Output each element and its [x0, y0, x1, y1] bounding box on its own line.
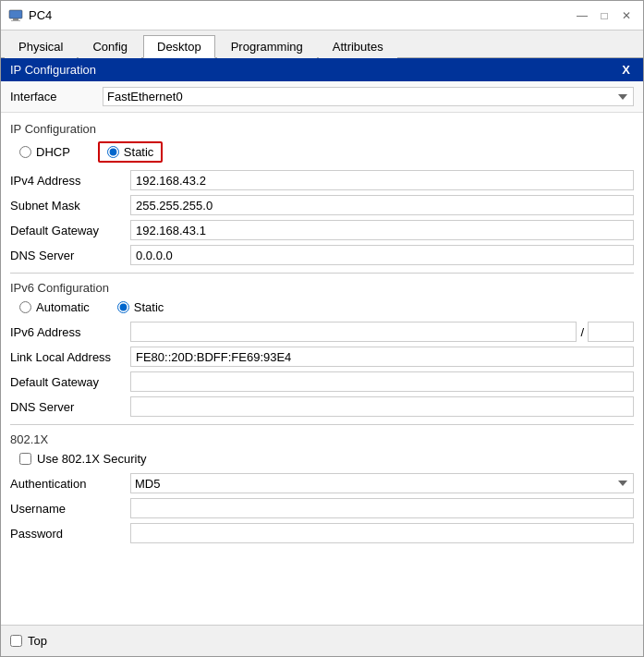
dns-server-row: DNS Server: [10, 245, 634, 265]
default-gateway-row: Default Gateway: [10, 220, 634, 240]
ipv6-slash: /: [580, 325, 584, 339]
svg-rect-2: [11, 20, 20, 21]
ipv6-gateway-row: Default Gateway: [10, 371, 634, 392]
ipv6-address-row: IPv6 Address /: [10, 322, 634, 342]
authentication-label: Authentication: [10, 477, 130, 491]
static6-radio-item[interactable]: Static: [117, 300, 164, 314]
subnet-mask-row: Subnet Mask: [10, 195, 634, 215]
ipv4-address-row: IPv4 Address: [10, 170, 634, 190]
interface-select[interactable]: FastEthernet0: [103, 87, 634, 106]
minimize-button[interactable]: —: [573, 6, 591, 25]
ipv6-address-input[interactable]: [130, 322, 577, 342]
ip-config-header: IP Configuration X: [1, 58, 643, 81]
ipv6-section-title: IPv6 Configuration: [10, 281, 634, 295]
subnet-mask-input[interactable]: [130, 195, 634, 215]
window-close-button[interactable]: ✕: [617, 6, 636, 25]
ipv6-gateway-input[interactable]: [130, 371, 634, 392]
title-controls: — □ ✕: [573, 6, 636, 25]
scroll-area: IP Configuration DHCP Static IPv4 Addres…: [1, 113, 643, 625]
ipv4-radio-row: DHCP Static: [10, 141, 634, 163]
password-label: Password: [10, 527, 130, 541]
ipv4-address-label: IPv4 Address: [10, 174, 130, 188]
subnet-mask-label: Subnet Mask: [10, 199, 130, 213]
link-local-row: Link Local Address: [10, 347, 634, 367]
auto-radio[interactable]: [19, 301, 31, 313]
use-security-row: Use 802.1X Security: [10, 452, 634, 466]
top-label[interactable]: Top: [28, 634, 47, 648]
interface-label: Interface: [10, 90, 103, 103]
ipv6-radio-row: Automatic Static: [10, 300, 634, 314]
link-local-label: Link Local Address: [10, 350, 130, 364]
username-label: Username: [10, 502, 130, 516]
dhcp-radio[interactable]: [19, 146, 31, 158]
tab-physical[interactable]: Physical: [5, 35, 77, 58]
ipv6-dns-label: DNS Server: [10, 400, 130, 414]
username-input[interactable]: [130, 498, 634, 518]
ip-config-close-button[interactable]: X: [618, 63, 634, 77]
separator-2: [10, 424, 634, 425]
bottom-bar: Top: [1, 625, 643, 656]
auto-radio-item[interactable]: Automatic: [19, 300, 90, 314]
ip-config-title: IP Configuration: [10, 63, 96, 77]
static6-radio[interactable]: [117, 301, 129, 313]
dhcp-label[interactable]: DHCP: [36, 145, 70, 159]
ipv6-address-label: IPv6 Address: [10, 325, 130, 339]
top-checkbox[interactable]: [10, 635, 22, 647]
tab-config[interactable]: Config: [79, 35, 141, 58]
use-security-label[interactable]: Use 802.1X Security: [37, 452, 147, 466]
default-gateway-label: Default Gateway: [10, 224, 130, 237]
separator-1: [10, 273, 634, 274]
tab-bar: Physical Config Desktop Programming Attr…: [1, 30, 643, 58]
authentication-row: Authentication MD5: [10, 473, 634, 493]
dot1x-section-title: 802.1X: [10, 432, 634, 446]
ipv6-prefix-input[interactable]: [588, 322, 634, 342]
password-row: Password: [10, 523, 634, 543]
svg-rect-0: [9, 10, 22, 18]
ipv4-section-title: IP Configuration: [10, 122, 634, 136]
use-security-checkbox[interactable]: [19, 453, 31, 465]
ipv6-dns-input[interactable]: [130, 396, 634, 417]
window-title: PC4: [29, 8, 52, 22]
static-radio-item[interactable]: Static: [98, 141, 164, 163]
default-gateway-input[interactable]: [130, 220, 634, 240]
static6-label[interactable]: Static: [134, 300, 164, 314]
pc-icon: [8, 8, 23, 23]
authentication-select[interactable]: MD5: [130, 473, 634, 493]
tab-attributes[interactable]: Attributes: [319, 35, 397, 58]
password-input[interactable]: [130, 523, 634, 543]
tab-programming[interactable]: Programming: [217, 35, 317, 58]
link-local-input[interactable]: [130, 347, 634, 367]
tab-desktop[interactable]: Desktop: [143, 35, 215, 58]
svg-rect-1: [13, 18, 18, 20]
username-row: Username: [10, 498, 634, 518]
title-bar-left: PC4: [8, 8, 52, 23]
dns-server-input[interactable]: [130, 245, 634, 265]
static-label[interactable]: Static: [124, 145, 154, 159]
ipv4-address-input[interactable]: [130, 170, 634, 190]
content-area: IP Configuration X Interface FastEtherne…: [1, 58, 643, 656]
main-window: PC4 — □ ✕ Physical Config Desktop Progra…: [0, 0, 644, 657]
dns-server-label: DNS Server: [10, 249, 130, 262]
ipv6-gateway-label: Default Gateway: [10, 375, 130, 389]
maximize-button[interactable]: □: [595, 6, 614, 25]
static-radio[interactable]: [107, 146, 119, 158]
dhcp-radio-item[interactable]: DHCP: [19, 145, 70, 159]
automatic-label[interactable]: Automatic: [36, 300, 90, 314]
interface-row: Interface FastEthernet0: [1, 81, 643, 113]
ipv6-dns-row: DNS Server: [10, 396, 634, 417]
title-bar: PC4 — □ ✕: [1, 1, 643, 30]
